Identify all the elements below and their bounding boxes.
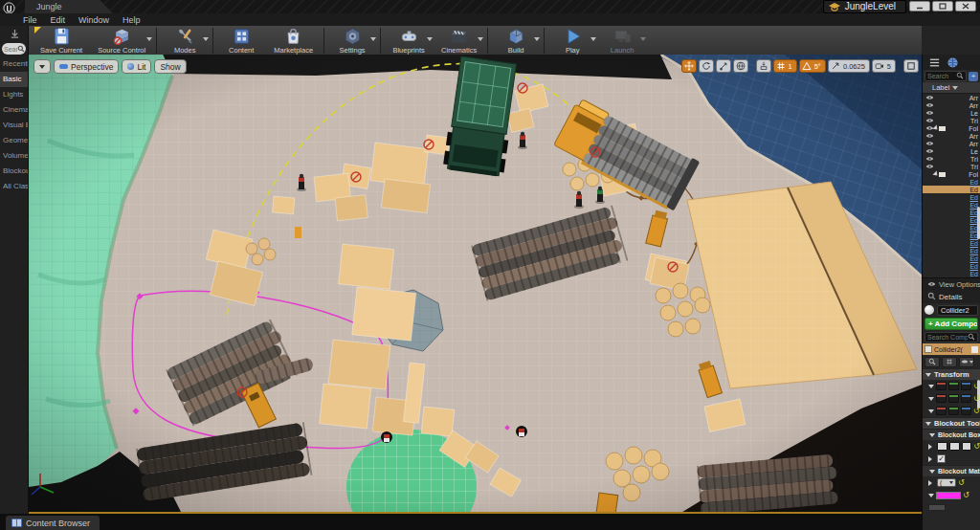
outliner-row[interactable]: Arr [923, 132, 980, 140]
surface-snap-button[interactable] [756, 59, 771, 73]
rotation-y-field[interactable] [948, 394, 959, 403]
level-viewport[interactable]: Perspective Lit Show 15°0.06255 [29, 55, 922, 514]
details-search-button[interactable] [924, 357, 940, 367]
component-item-selected[interactable]: Collider2( [923, 343, 980, 355]
lit-mode-button[interactable]: Lit [122, 59, 151, 74]
place-actors-search-input[interactable] [4, 46, 17, 53]
vector-x-field[interactable] [937, 442, 947, 451]
layers-tab-icon[interactable] [947, 56, 959, 69]
outliner-row[interactable]: Ed [923, 270, 980, 277]
eye-icon[interactable] [925, 102, 934, 108]
outliner-row[interactable]: Ed [923, 186, 980, 193]
chevron-down-icon[interactable] [203, 37, 209, 41]
eye-icon[interactable] [925, 156, 934, 162]
material-value-chip[interactable] [928, 504, 946, 511]
level-tab[interactable]: Jungle [25, 0, 113, 13]
outliner-row[interactable]: Tri [923, 163, 980, 170]
show-button[interactable]: Show [154, 59, 186, 74]
outliner-row[interactable]: Tri [923, 117, 980, 124]
toolbar-save-current-button[interactable]: Save Current [33, 26, 90, 55]
content-browser-tab[interactable]: Content Browser [6, 516, 100, 530]
chevron-down-icon[interactable] [534, 37, 540, 41]
chevron-down-icon[interactable] [478, 37, 483, 41]
scale-snap-button[interactable]: 0.0625 [828, 59, 870, 73]
eye-icon[interactable] [925, 141, 934, 146]
scale-y-field[interactable] [948, 407, 959, 415]
maximize-viewport-button[interactable] [903, 59, 919, 73]
outliner-row[interactable]: Ed [923, 232, 980, 239]
chevron-down-icon[interactable] [146, 37, 152, 41]
rotation-x-field[interactable] [936, 394, 947, 403]
chevron-down-icon[interactable] [640, 37, 646, 41]
scale-z-field[interactable] [961, 407, 971, 415]
outliner-row[interactable]: Ed [923, 224, 980, 232]
blockout-box-section-header[interactable]: Blockout Box [923, 429, 980, 440]
close-button[interactable] [955, 1, 976, 11]
sidebar-item-recently-placed[interactable]: Recently Placed [0, 56, 28, 72]
chevron-down-icon[interactable] [590, 37, 596, 41]
outliner-row[interactable]: Ed [923, 216, 980, 224]
grid-snap-button[interactable]: 1 [773, 59, 797, 73]
perspective-button[interactable]: Perspective [54, 59, 119, 74]
blockout-tools-section-header[interactable]: Blockout Tools [923, 417, 980, 429]
sidebar-item-volumes[interactable]: Volumes [0, 148, 28, 164]
outliner-column-header[interactable]: Label [923, 82, 980, 94]
sidebar-item-blockout[interactable]: Blockout [0, 164, 28, 179]
toolbar-source-control-button[interactable]: Source Control [90, 26, 153, 55]
reset-icon[interactable]: ↺ [958, 479, 965, 487]
outliner-row[interactable]: Ed [923, 193, 980, 201]
reset-icon[interactable]: ↺ [973, 395, 980, 403]
components-search-input[interactable] [927, 334, 968, 341]
outliner-row[interactable]: Ed [923, 254, 980, 262]
actor-name-field[interactable] [937, 305, 978, 316]
material-dropdown[interactable]: ( [937, 478, 956, 487]
eye-icon[interactable] [925, 133, 934, 139]
eye-icon[interactable] [925, 164, 934, 169]
sidebar-item-all-classes[interactable]: All Classes [0, 179, 28, 194]
toolbar-build-button[interactable]: Build [491, 26, 541, 55]
view-options-button[interactable]: View Options [923, 277, 980, 290]
place-actors-search[interactable] [2, 43, 26, 55]
menu-item-window[interactable]: Window [78, 15, 109, 25]
chevron-down-icon[interactable] [427, 37, 433, 41]
scale-x-field[interactable] [936, 407, 947, 415]
maximize-button[interactable] [932, 1, 953, 11]
toolbar-blueprints-button[interactable]: Blueprints [384, 26, 434, 55]
vector-y-field[interactable] [949, 442, 960, 451]
details-visibility-button[interactable] [959, 357, 974, 367]
world-outliner-tab-icon[interactable] [928, 56, 941, 69]
toolbar-modes-button[interactable]: Modes [160, 26, 210, 55]
toolbar-content-button[interactable]: Content [216, 26, 266, 55]
outliner-row[interactable]: Tri [923, 155, 980, 163]
scale-tool-button[interactable] [716, 59, 731, 73]
chevron-down-icon[interactable] [370, 37, 376, 41]
eye-icon[interactable] [925, 95, 934, 100]
material-color-swatch[interactable] [936, 492, 961, 499]
location-z-field[interactable] [961, 382, 971, 390]
sidebar-item-geometry[interactable]: Geometry [0, 133, 28, 148]
sidebar-item-visual-effects[interactable]: Visual Effects [0, 118, 28, 133]
reset-icon[interactable]: ↺ [973, 408, 980, 415]
outliner-row[interactable]: Ed [923, 209, 980, 216]
eye-icon[interactable] [925, 148, 934, 154]
eye-icon[interactable] [925, 110, 934, 116]
sidebar-item-lights[interactable]: Lights [0, 87, 28, 102]
outliner-row[interactable]: Arr [923, 94, 980, 101]
move-tool-button[interactable] [681, 59, 697, 73]
outliner-row[interactable]: Ed [923, 239, 980, 247]
rotate-tool-button[interactable] [699, 59, 714, 73]
toolbar-settings-button[interactable]: Settings [327, 26, 377, 55]
menu-item-file[interactable]: File [23, 15, 37, 25]
outliner-row[interactable]: Le [923, 109, 980, 117]
sidebar-item-basic[interactable]: Basic [0, 72, 28, 87]
add-component-button[interactable]: + Add Compo [924, 318, 978, 330]
outliner-row[interactable]: Fol [923, 124, 980, 132]
outliner-row[interactable]: Ed [923, 262, 980, 270]
world-coord-button[interactable] [733, 59, 748, 73]
location-x-field[interactable] [936, 382, 947, 390]
reset-icon[interactable]: ↺ [963, 492, 969, 499]
component-checkbox[interactable] [971, 346, 978, 353]
toolbar-launch-button[interactable]: Launch [597, 26, 647, 55]
outliner-row[interactable]: Arr [923, 101, 980, 109]
toolbar-cinematics-button[interactable]: Cinematics [434, 26, 484, 55]
